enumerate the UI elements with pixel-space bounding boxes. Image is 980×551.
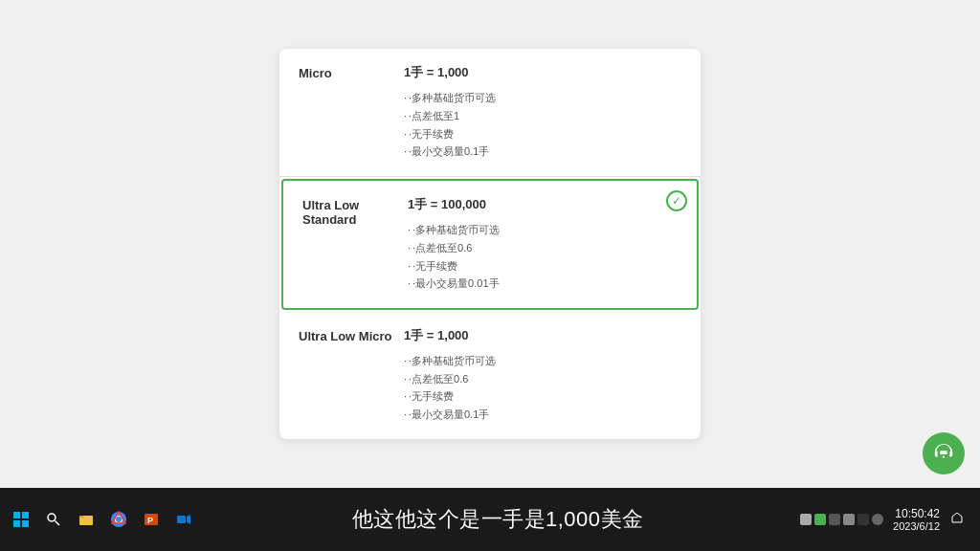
feature-micro-3: ·无手续费: [404, 125, 681, 143]
subtitle-text: 他这他这个是一手是1,000美金: [352, 505, 644, 534]
svg-line-1: [56, 521, 60, 526]
plan-row-micro[interactable]: Micro 1手 = 1,000 ·多种基础货币可选 ·点差低至1 ·无手续费 …: [279, 49, 701, 177]
plan-unit-micro: 1手 = 1,000: [404, 64, 681, 81]
plan-name-ultra-low-standard: Ultra Low Standard: [302, 196, 408, 293]
taskbar-video-button[interactable]: [170, 506, 197, 533]
plan-name-micro: Micro: [299, 64, 404, 161]
main-area: Micro 1手 = 1,000 ·多种基础货币可选 ·点差低至1 ·无手续费 …: [0, 0, 980, 488]
feature-uls-2: ·点差低至0.6: [408, 239, 678, 257]
feature-micro-1: ·多种基础货币可选: [404, 89, 681, 107]
clock-date: 2023/6/12: [893, 520, 940, 532]
feature-ulm-2: ·点差低至0.6: [404, 370, 681, 388]
feature-ulm-1: ·多种基础货币可选: [404, 352, 681, 370]
taskbar-left: P: [0, 488, 205, 551]
taskbar: P 他这他这个是一手是1,000美金 10:50:42 2023/6/12: [0, 488, 980, 551]
plan-unit-ultra-low-micro: 1手 = 1,000: [404, 327, 681, 344]
feature-uls-1: ·多种基础货币可选: [408, 221, 678, 239]
taskbar-chrome-button[interactable]: [105, 506, 132, 533]
plan-features-micro: ·多种基础货币可选 ·点差低至1 ·无手续费 ·最小交易量0.1手: [404, 89, 681, 161]
plan-row-ultra-low-micro[interactable]: Ultra Low Micro 1手 = 1,000 ·多种基础货币可选 ·点差…: [279, 312, 701, 439]
plan-unit-ultra-low-standard: 1手 = 100,000: [408, 196, 678, 213]
plan-card-container: Micro 1手 = 1,000 ·多种基础货币可选 ·点差低至1 ·无手续费 …: [279, 49, 701, 438]
windows-start-button[interactable]: [8, 506, 34, 533]
taskbar-presentation-button[interactable]: P: [138, 506, 165, 533]
tray-icon-4: [843, 514, 855, 525]
clock-time: 10:50:42: [895, 507, 940, 520]
support-chat-button[interactable]: [923, 432, 965, 474]
selected-check-icon: ✓: [666, 190, 687, 211]
headset-icon: [933, 443, 954, 464]
feature-uls-4: ·最小交易量0.01手: [408, 275, 678, 293]
svg-point-0: [48, 514, 56, 521]
plan-row-ultra-low-standard[interactable]: ✓ Ultra Low Standard 1手 = 100,000 ·多种基础货…: [281, 179, 699, 310]
tray-icon-5: [858, 514, 869, 525]
plan-name-ultra-low-micro: Ultra Low Micro: [299, 327, 404, 424]
subtitle-bar: 他这他这个是一手是1,000美金: [205, 488, 791, 551]
taskbar-file-explorer-button[interactable]: [73, 506, 100, 533]
svg-text:P: P: [147, 516, 153, 525]
feature-micro-4: ·最小交易量0.1手: [404, 143, 681, 161]
tray-icon-3: [829, 514, 840, 525]
tray-icon-2: [814, 514, 826, 525]
notification-button[interactable]: [944, 506, 970, 533]
taskbar-search-button[interactable]: [40, 506, 67, 533]
system-tray-icons: [800, 514, 883, 525]
plan-details-ultra-low-standard: 1手 = 100,000 ·多种基础货币可选 ·点差低至0.6 ·无手续费 ·最…: [408, 196, 678, 293]
tray-icon-1: [800, 514, 812, 525]
feature-micro-2: ·点差低至1: [404, 107, 681, 125]
feature-ulm-4: ·最小交易量0.1手: [404, 406, 681, 424]
svg-marker-9: [187, 515, 190, 524]
taskbar-right: 10:50:42 2023/6/12: [791, 488, 980, 551]
feature-ulm-3: ·无手续费: [404, 387, 681, 406]
plan-details-micro: 1手 = 1,000 ·多种基础货币可选 ·点差低至1 ·无手续费 ·最小交易量…: [404, 64, 681, 161]
clock-block: 10:50:42 2023/6/12: [893, 507, 940, 532]
svg-rect-8: [177, 516, 186, 523]
plan-details-ultra-low-micro: 1手 = 1,000 ·多种基础货币可选 ·点差低至0.6 ·无手续费 ·最小交…: [404, 327, 681, 424]
plan-features-ultra-low-micro: ·多种基础货币可选 ·点差低至0.6 ·无手续费 ·最小交易量0.1手: [404, 352, 681, 424]
tray-icon-6: [872, 514, 883, 525]
plan-features-ultra-low-standard: ·多种基础货币可选 ·点差低至0.6 ·无手续费 ·最小交易量0.01手: [408, 221, 678, 293]
svg-point-5: [116, 517, 122, 522]
feature-uls-3: ·无手续费: [408, 257, 678, 276]
